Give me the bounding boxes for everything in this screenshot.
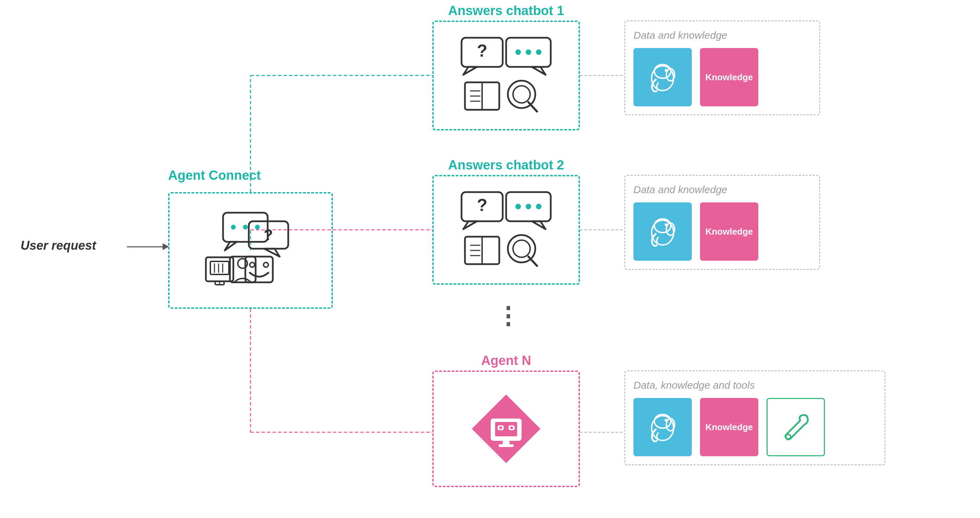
svg-marker-36 — [532, 67, 546, 75]
agent-n-icon-area — [434, 372, 579, 486]
data-panel-3-label: Data, knowledge and tools — [633, 380, 877, 391]
svg-point-66 — [499, 426, 502, 429]
svg-text:?: ? — [477, 41, 488, 60]
svg-point-59 — [513, 240, 530, 257]
svg-point-33 — [515, 49, 521, 55]
user-request-label: User request — [21, 238, 96, 253]
svg-text:?: ? — [264, 226, 273, 243]
data-panel-3: Data, knowledge and tools Knowledge — [625, 370, 885, 465]
dots-separator: ⋮ — [496, 302, 523, 330]
svg-marker-47 — [463, 221, 477, 229]
db-icon-2 — [633, 202, 692, 261]
chatbot1-icons: ? — [458, 34, 554, 117]
svg-point-26 — [264, 262, 268, 267]
svg-point-35 — [536, 49, 541, 55]
svg-rect-69 — [499, 444, 514, 447]
svg-point-51 — [536, 204, 541, 209]
chatbot2-label: Answers chatbot 2 — [432, 158, 580, 173]
data-panel-2: Data and knowledge Knowledge — [625, 175, 820, 270]
chatbot2-icons: ? — [458, 189, 554, 271]
db-icon-3 — [633, 398, 692, 456]
chatbot2-icon-area: ? — [434, 176, 579, 283]
elephant-icon-2 — [644, 213, 681, 250]
elephant-icon-1 — [644, 58, 681, 96]
svg-point-12 — [255, 225, 260, 229]
knowledge-icon-1: Knowledge — [700, 48, 758, 106]
data-panel-1-icons: Knowledge — [633, 48, 811, 106]
elephant-icon-3 — [644, 408, 681, 446]
agent-connect-icon-area: ? — [170, 194, 331, 307]
agent-connect-label: Agent Connect — [168, 168, 261, 183]
agent-n-box — [432, 370, 580, 487]
svg-point-10 — [231, 225, 236, 229]
knowledge-icon-2: Knowledge — [700, 202, 758, 261]
svg-text:?: ? — [477, 195, 488, 215]
svg-point-67 — [510, 426, 513, 429]
chatbot1-box: ? — [432, 21, 580, 130]
svg-marker-16 — [264, 249, 280, 257]
svg-point-50 — [526, 204, 531, 209]
data-panel-2-label: Data and knowledge — [633, 184, 811, 195]
chatbot2-box: ? — [432, 175, 580, 285]
user-request-arrow — [127, 246, 168, 247]
data-panel-3-icons: Knowledge — [633, 398, 877, 456]
svg-point-11 — [243, 225, 248, 229]
svg-point-82 — [786, 434, 791, 439]
chatbot1-icon-area: ? — [434, 22, 579, 129]
svg-point-34 — [526, 49, 531, 55]
data-panel-1-label: Data and knowledge — [633, 30, 811, 41]
svg-point-25 — [250, 262, 255, 267]
svg-marker-31 — [463, 67, 477, 75]
diagram-container: User request Agent Connect ? — [0, 0, 980, 518]
svg-marker-52 — [532, 221, 546, 229]
svg-rect-24 — [245, 257, 273, 282]
agent-n-icon — [468, 391, 544, 467]
agent-connect-box: ? — [168, 192, 333, 309]
wrench-icon — [777, 408, 815, 446]
svg-point-43 — [513, 86, 530, 103]
data-panel-1: Data and knowledge Knowledge — [625, 21, 820, 115]
knowledge-icon-3: Knowledge — [700, 398, 758, 456]
agent-n-label: Agent N — [432, 353, 580, 368]
svg-marker-13 — [225, 242, 237, 250]
db-icon-1 — [633, 48, 692, 106]
data-panel-2-icons: Knowledge — [633, 202, 811, 261]
chatbot1-label: Answers chatbot 1 — [432, 3, 580, 18]
tools-icon — [767, 398, 825, 456]
svg-rect-18 — [210, 261, 229, 275]
agent-connect-icons: ? — [196, 206, 305, 295]
svg-point-49 — [515, 204, 521, 209]
